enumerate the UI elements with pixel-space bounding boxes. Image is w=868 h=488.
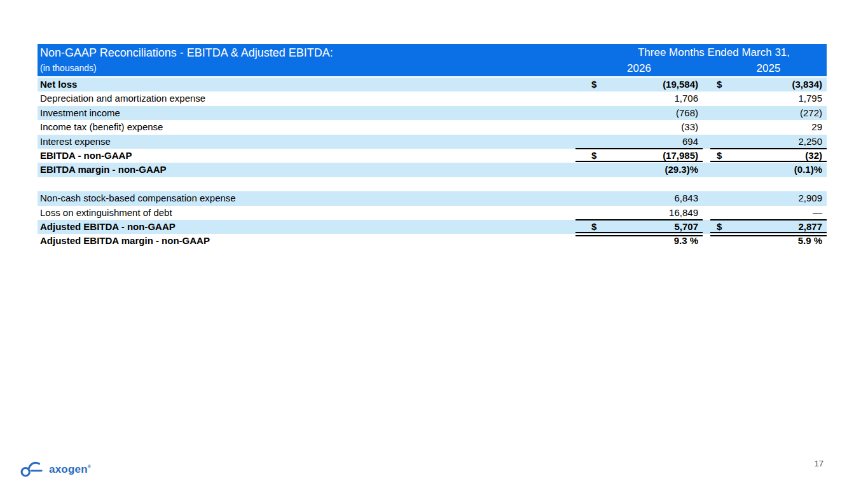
row-label: EBITDA margin - non-GAAP	[38, 163, 575, 177]
row-label: Income tax (benefit) expense	[38, 120, 575, 134]
reconciliation-table: Non-GAAP Reconciliations - EBITDA & Adju…	[38, 44, 827, 248]
currency-symbol-2025	[710, 106, 739, 120]
value-2025: 5.9 %	[739, 234, 827, 248]
group-2025: 1,795	[710, 92, 827, 105]
table-row: Net loss$(19,584)$(3,834)	[38, 78, 827, 92]
table-header-left: Non-GAAP Reconciliations - EBITDA & Adju…	[40, 44, 333, 75]
currency-symbol-2026	[575, 191, 604, 205]
value-2025: (3,834)	[739, 78, 827, 92]
table-subtitle: (in thousands)	[40, 62, 333, 75]
group-2025: —	[710, 206, 827, 220]
page-number: 17	[815, 459, 823, 468]
year-columns: 2026 2025	[575, 61, 827, 76]
axogen-logo: axogen®	[20, 457, 91, 482]
table-row: Interest expense6942,250	[38, 135, 827, 149]
value-2026: (768)	[604, 106, 703, 120]
value-2025: (0.1)%	[739, 163, 827, 177]
year-column-gap	[703, 61, 710, 76]
group-2026: (768)	[575, 106, 703, 120]
table-header-right: Three Months Ended March 31, 2026 2025	[575, 44, 827, 76]
currency-symbol-2025	[710, 120, 739, 134]
group-2026: (29.3)%	[575, 163, 703, 177]
table-row: Adjusted EBITDA - non-GAAP$5,707$2,877	[38, 220, 827, 234]
value-2026: 6,843	[604, 191, 703, 205]
table-title: Non-GAAP Reconciliations - EBITDA & Adju…	[40, 44, 333, 62]
currency-symbol-2026: $	[575, 78, 604, 92]
row-label: Depreciation and amortization expense	[38, 92, 575, 105]
slide: Non-GAAP Reconciliations - EBITDA & Adju…	[0, 0, 868, 488]
column-gap	[703, 106, 710, 120]
value-2026: (19,584)	[604, 78, 703, 92]
table-row: Adjusted EBITDA margin - non-GAAP9.3 %5.…	[38, 234, 827, 248]
column-gap	[703, 149, 710, 163]
table-row: Income tax (benefit) expense(33)29	[38, 120, 827, 134]
row-label: Adjusted EBITDA margin - non-GAAP	[38, 234, 575, 248]
group-2025	[710, 177, 827, 191]
currency-symbol-2025	[710, 135, 739, 149]
currency-symbol-2025	[710, 163, 739, 177]
group-2025: (272)	[710, 106, 827, 120]
value-2026: 9.3 %	[604, 234, 703, 248]
currency-symbol-2026	[575, 92, 604, 105]
column-header-2025: 2025	[710, 61, 827, 76]
currency-symbol-2026	[575, 135, 604, 149]
table-row: EBITDA margin - non-GAAP(29.3)%(0.1)%	[38, 163, 827, 177]
axogen-logo-icon	[20, 457, 44, 482]
column-gap	[703, 177, 710, 191]
group-2026: 1,706	[575, 92, 703, 105]
row-label: Adjusted EBITDA - non-GAAP	[38, 220, 575, 234]
row-label: Net loss	[38, 78, 575, 92]
row-label: Non-cash stock-based compensation expens…	[38, 191, 575, 205]
table-row: Non-cash stock-based compensation expens…	[38, 191, 827, 205]
currency-symbol-2025	[710, 206, 739, 220]
column-gap	[703, 135, 710, 149]
group-2026	[575, 177, 703, 191]
currency-symbol-2026	[575, 177, 604, 191]
value-2026: (29.3)%	[604, 163, 703, 177]
table-row: Depreciation and amortization expense1,7…	[38, 92, 827, 105]
group-2026: 9.3 %	[575, 234, 703, 248]
column-gap	[703, 206, 710, 220]
value-2025: 29	[739, 120, 827, 134]
table-row: EBITDA - non-GAAP$(17,985)$(32)	[38, 149, 827, 163]
spacer-row	[38, 177, 827, 191]
table-rows: Net loss$(19,584)$(3,834)Depreciation an…	[38, 78, 827, 248]
currency-symbol-2025	[710, 92, 739, 105]
group-2025: 5.9 %	[710, 234, 827, 248]
currency-symbol-2025: $	[710, 78, 739, 92]
row-label: Investment income	[38, 106, 575, 120]
axogen-wordmark: axogen®	[49, 463, 91, 476]
row-label	[38, 177, 575, 191]
total-rule-top-2026	[575, 148, 703, 149]
column-gap	[703, 120, 710, 134]
table-row: Loss on extinguishment of debt16,849—	[38, 206, 827, 220]
group-2025: $(3,834)	[710, 78, 827, 92]
column-gap	[703, 220, 710, 234]
currency-symbol-2026	[575, 163, 604, 177]
column-gap	[703, 92, 710, 105]
row-label: Interest expense	[38, 135, 575, 149]
row-label: EBITDA - non-GAAP	[38, 149, 575, 163]
value-2025: 2,909	[739, 191, 827, 205]
group-2026: (33)	[575, 120, 703, 134]
currency-symbol-2025	[710, 234, 739, 248]
group-2026: 694	[575, 135, 703, 149]
column-gap	[703, 163, 710, 177]
value-2025: (272)	[739, 106, 827, 120]
value-2025: —	[739, 206, 827, 220]
value-2026: (33)	[604, 120, 703, 134]
row-label: Loss on extinguishment of debt	[38, 206, 575, 220]
currency-symbol-2025	[710, 191, 739, 205]
column-gap	[703, 78, 710, 92]
value-2026	[604, 177, 703, 191]
group-2026: 6,843	[575, 191, 703, 205]
value-2025	[739, 177, 827, 191]
column-gap	[703, 191, 710, 205]
currency-symbol-2026	[575, 234, 604, 248]
group-2026: 16,849	[575, 206, 703, 220]
value-2025: 1,795	[739, 92, 827, 105]
period-label: Three Months Ended March 31,	[575, 44, 827, 61]
group-2025: 2,909	[710, 191, 827, 205]
currency-symbol-2026	[575, 106, 604, 120]
value-2026: 694	[604, 135, 703, 149]
